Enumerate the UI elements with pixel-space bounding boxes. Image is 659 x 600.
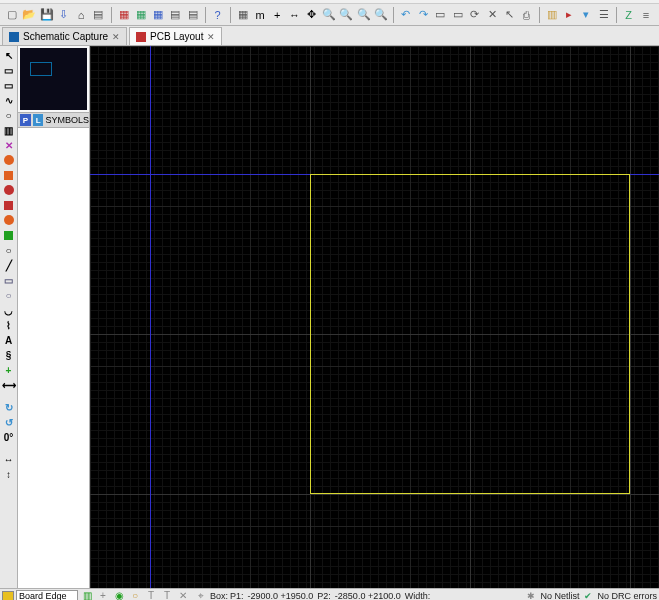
arc-2d-tool[interactable]: ◡ xyxy=(2,303,16,317)
autoroute-button[interactable]: Z xyxy=(621,6,637,24)
p1-label: P1: xyxy=(230,591,244,601)
zoom-area-button[interactable]: 🔍 xyxy=(373,6,389,24)
mirror-h-tool[interactable]: ↔ xyxy=(2,452,16,466)
edge-pad-tool[interactable] xyxy=(2,228,16,242)
symbol-2d-tool[interactable]: § xyxy=(2,348,16,362)
selection-mode-tool[interactable]: ↖ xyxy=(2,48,16,62)
project-notes-button[interactable]: ▤ xyxy=(184,6,200,24)
text-2d-tool[interactable]: A xyxy=(2,333,16,347)
new-file-button[interactable]: ▢ xyxy=(4,6,20,24)
p2-value: -2850.0 +2100.0 xyxy=(333,591,403,601)
bom-button[interactable]: ▤ xyxy=(167,6,183,24)
polygon-pad-tool[interactable] xyxy=(2,213,16,227)
toggle-layers-button[interactable]: ▥ xyxy=(80,589,94,601)
block-rotate-button[interactable]: ⟳ xyxy=(467,6,483,24)
angle-0-tool[interactable]: 0° xyxy=(2,430,16,444)
import-button[interactable]: ⇩ xyxy=(56,6,72,24)
home-button[interactable]: ⌂ xyxy=(73,6,89,24)
dimension-tool[interactable]: ⟷ xyxy=(2,378,16,392)
component-mode-tool[interactable]: ▭ xyxy=(2,63,16,77)
overview-viewport-rect xyxy=(30,62,52,76)
netlist-status-icon: ✱ xyxy=(524,589,538,601)
mirror-v-tool[interactable]: ↕ xyxy=(2,467,16,481)
mode-a-button[interactable]: + xyxy=(96,589,110,601)
toggle-grid-button[interactable]: ▦ xyxy=(235,6,251,24)
origin-pick-button[interactable]: ⌖ xyxy=(194,589,208,601)
netlist-status: No Netlist xyxy=(540,591,579,601)
net-class-button[interactable]: ≡ xyxy=(638,6,654,24)
zoom-full-button[interactable]: 🔍 xyxy=(355,6,371,24)
zone-1-button[interactable]: ◉ xyxy=(112,589,126,601)
status-bar: ▥+◉○TT✕⌖ Box: P1: -2900.0 +1950.0 P2: -2… xyxy=(0,588,659,600)
panel-world-button[interactable]: ▥ xyxy=(544,6,560,24)
filter-button[interactable]: ▾ xyxy=(578,6,594,24)
zone-mode-tool[interactable]: ▥ xyxy=(2,123,16,137)
print-button[interactable]: ⎙ xyxy=(519,6,535,24)
block-delete-button[interactable]: ✕ xyxy=(484,6,500,24)
box-2d-tool[interactable]: ▭ xyxy=(2,273,16,287)
live-button[interactable]: ▸ xyxy=(561,6,577,24)
via-mode-tool[interactable]: ○ xyxy=(2,108,16,122)
toggle-x-button[interactable]: ✕ xyxy=(176,589,190,601)
square-smd-tool[interactable] xyxy=(2,198,16,212)
symbol-header: P L SYMBOLS xyxy=(18,112,89,128)
save-button[interactable]: 💾 xyxy=(39,6,55,24)
package-mode-tool[interactable]: ▭ xyxy=(2,78,16,92)
pan-button[interactable]: ✥ xyxy=(304,6,320,24)
major-gridline xyxy=(630,46,631,588)
gerber-button[interactable]: ▦ xyxy=(150,6,166,24)
layer-selector[interactable] xyxy=(2,590,78,601)
line-2d-tool[interactable]: ╱ xyxy=(2,258,16,272)
tab-schematic-capture[interactable]: Schematic Capture✕ xyxy=(2,27,127,45)
square-through-tool[interactable] xyxy=(2,168,16,182)
layer-field[interactable] xyxy=(16,590,78,601)
zoom-in-button[interactable]: 🔍 xyxy=(321,6,337,24)
left-toolbar: ↖▭▭∿○▥✕○╱▭○◡⌇A§+⟷↻↺0°↔↕ xyxy=(0,46,18,588)
track-mode-tool[interactable]: ∿ xyxy=(2,93,16,107)
pick-package-icon[interactable]: P xyxy=(20,114,31,126)
marker-tool[interactable]: + xyxy=(2,363,16,377)
open-file-button[interactable]: 📂 xyxy=(21,6,37,24)
circle-2d-tool[interactable]: ○ xyxy=(2,288,16,302)
help-button[interactable]: ? xyxy=(210,6,226,24)
toggle-m-button[interactable]: m xyxy=(252,6,268,24)
undo-button[interactable]: ↶ xyxy=(398,6,414,24)
tab-pcb-layout[interactable]: PCB Layout✕ xyxy=(129,27,222,45)
round-through-tool[interactable] xyxy=(2,153,16,167)
symbol-list[interactable] xyxy=(18,128,89,588)
path-2d-tool[interactable]: ⌇ xyxy=(2,318,16,332)
design-explorer-button[interactable]: ☰ xyxy=(595,6,611,24)
origin-button[interactable]: + xyxy=(269,6,285,24)
tab-close-icon[interactable]: ✕ xyxy=(112,32,120,42)
ratsnest-tool[interactable]: ✕ xyxy=(2,138,16,152)
tab-close-icon[interactable]: ✕ xyxy=(207,32,215,42)
cursor-button[interactable]: ↔ xyxy=(286,6,302,24)
rotate-ccw-tool[interactable]: ↺ xyxy=(2,415,16,429)
block-copy-button[interactable]: ▭ xyxy=(432,6,448,24)
toggle-t2-button[interactable]: T xyxy=(160,589,174,601)
symbol-header-label: SYMBOLS xyxy=(45,115,89,125)
zoom-out-button[interactable]: 🔍 xyxy=(338,6,354,24)
overview-preview[interactable] xyxy=(20,48,87,110)
rotate-cw-tool[interactable]: ↻ xyxy=(2,400,16,414)
block-move-button[interactable]: ▭ xyxy=(450,6,466,24)
lib-manager-icon[interactable]: L xyxy=(33,114,44,126)
p2-label: P2: xyxy=(317,591,331,601)
layer-swatch xyxy=(2,591,14,601)
origin-line-vertical xyxy=(150,46,151,588)
open-samples-button[interactable]: ▤ xyxy=(90,6,106,24)
zone-2-button[interactable]: ○ xyxy=(128,589,142,601)
board-edge-outline[interactable] xyxy=(310,174,630,494)
circle-pad-tool[interactable]: ○ xyxy=(2,243,16,257)
pcb-3d-button[interactable]: ▦ xyxy=(133,6,149,24)
pick-button[interactable]: ↖ xyxy=(501,6,517,24)
round-smd-tool[interactable] xyxy=(2,183,16,197)
drc-status: No DRC errors xyxy=(597,591,657,601)
p1-value: -2900.0 +1950.0 xyxy=(246,591,316,601)
pcb-canvas[interactable] xyxy=(90,46,659,588)
toggle-t1-button[interactable]: T xyxy=(144,589,158,601)
tab-icon xyxy=(9,32,19,42)
redo-button[interactable]: ↷ xyxy=(415,6,431,24)
major-gridline xyxy=(90,494,659,495)
pcb-layout-button[interactable]: ▦ xyxy=(115,6,131,24)
